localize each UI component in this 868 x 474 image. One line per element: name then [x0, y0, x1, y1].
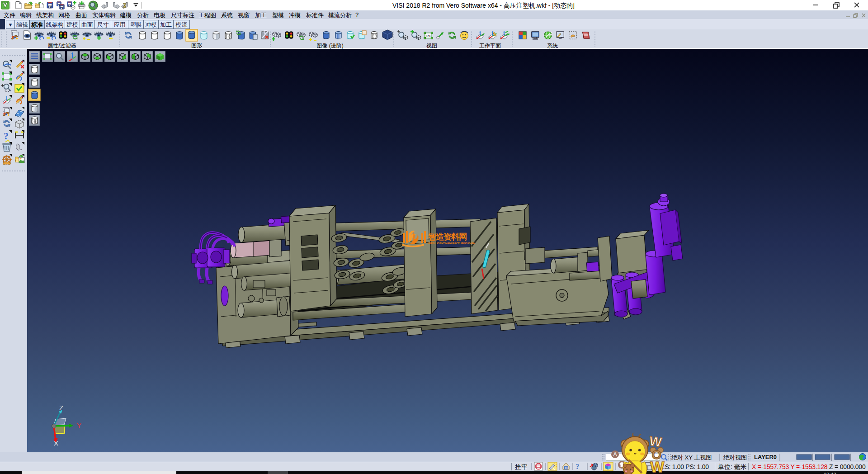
svg-text:W: W — [650, 459, 665, 474]
svg-text:Y: Y — [77, 422, 81, 429]
svg-text:10: 10 — [565, 467, 568, 469]
svg-text:INTELLIGENT MANUFACTURING DATA: INTELLIGENT MANUFACTURING DATA — [428, 242, 475, 245]
svg-text:Z: Z — [59, 404, 63, 412]
svg-text:X: X — [54, 439, 58, 447]
svg-text:智造资料网: 智造资料网 — [428, 232, 467, 242]
svg-text:?: ? — [576, 462, 580, 471]
